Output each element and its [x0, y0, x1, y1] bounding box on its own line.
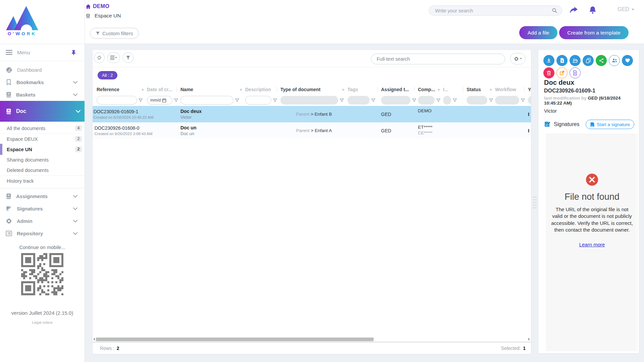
table-rows: wDOC230926-01609-1Created on 6/18/2024 1…: [97, 106, 531, 139]
breadcrumb[interactable]: DEMO: [86, 3, 109, 9]
document-row-1[interactable]: wDOC230926-01609-1Created on 6/18/2024 1…: [93, 106, 531, 122]
column-header-9[interactable]: Status▶: [467, 84, 495, 95]
add-file-button[interactable]: Add a file: [519, 26, 557, 39]
sidebar-item-deleted-documents[interactable]: Deleted documents: [0, 165, 85, 175]
share-button[interactable]: [596, 55, 607, 66]
filter-button[interactable]: [123, 52, 133, 63]
chevron-down-icon: [73, 94, 77, 96]
workflow-cell: [495, 122, 528, 139]
learn-more-link[interactable]: Learn more: [579, 242, 605, 247]
column-header-8[interactable]: I...: [443, 84, 467, 95]
sort-arrow-icon[interactable]: ▶: [438, 88, 440, 91]
sidebar-item-all-documents[interactable]: All the documents 4: [0, 123, 85, 133]
app-logo[interactable]: O'WORK: [4, 3, 44, 36]
start-signature-button[interactable]: Start a signature: [586, 120, 634, 129]
share-shortcut-icon[interactable]: [569, 5, 579, 15]
tab-all-documents[interactable]: All : 2: [98, 71, 117, 79]
internal-cell: [443, 106, 467, 122]
table-settings-button[interactable]: [510, 53, 526, 64]
file-error-title: File not found: [565, 192, 620, 202]
document-row-2[interactable]: ADOC230926-01608-0Created on 9/26/2023 3…: [93, 122, 531, 139]
filter-cell-10: [495, 96, 528, 105]
filter-funnel-button[interactable]: [521, 98, 525, 103]
filter-funnel-button[interactable]: [235, 98, 239, 103]
sidebar-item-bookmarks[interactable]: Bookmarks: [0, 76, 85, 88]
sidebar-item-history-track[interactable]: History track: [0, 175, 85, 186]
breadcrumb-home-label[interactable]: DEMO: [93, 3, 109, 9]
notifications-bell-icon[interactable]: [588, 5, 597, 15]
sidebar-item-espace-un-current[interactable]: Espace UN 2: [0, 144, 85, 155]
sidebar-item-dashboard[interactable]: Dashboard: [0, 64, 85, 76]
horizontal-scrollbar[interactable]: [93, 337, 531, 342]
assign-users-button[interactable]: [609, 55, 620, 66]
column-header-4[interactable]: Type of document▶: [280, 84, 347, 95]
filter-funnel-button[interactable]: [436, 98, 441, 103]
column-header-5[interactable]: Tags: [347, 84, 381, 95]
submenu-label: Deleted documents: [7, 168, 49, 173]
sort-arrow-icon[interactable]: ▶: [142, 88, 144, 91]
sidebar-item-signatures[interactable]: Signatures: [0, 202, 85, 215]
filter-funnel-button[interactable]: [371, 98, 376, 103]
sort-arrow-icon[interactable]: ▶: [490, 88, 492, 91]
column-header-11[interactable]: Y...: [528, 84, 531, 95]
scroll-left-arrow[interactable]: [93, 338, 95, 341]
add-version-button[interactable]: [556, 55, 568, 66]
filter-funnel-button[interactable]: [489, 98, 493, 103]
refresh-button[interactable]: [94, 52, 105, 63]
global-search-input[interactable]: [429, 5, 562, 16]
sidebar-item-baskets[interactable]: Baskets: [0, 88, 85, 101]
filter-funnel-button[interactable]: [412, 98, 417, 103]
column-header-2[interactable]: Name▶: [180, 84, 245, 95]
sort-arrow-icon[interactable]: ▶: [342, 88, 345, 91]
chevron-down-icon: [73, 232, 77, 235]
duplicate-button[interactable]: [583, 55, 594, 66]
column-label: Name: [180, 87, 193, 92]
document-details-button[interactable]: [570, 67, 581, 78]
column-header-6[interactable]: Assigned t...: [381, 84, 418, 95]
open-folder-button[interactable]: [570, 55, 581, 66]
column-header-0[interactable]: Reference▶: [97, 84, 147, 95]
top-bar: DEMO Espace UN GED Custom filters Add a …: [85, 0, 644, 44]
fulltext-search-input[interactable]: [371, 54, 505, 64]
custom-filters-button[interactable]: Custom filters: [90, 28, 139, 39]
date-filter-input[interactable]: mm/d: [147, 96, 172, 105]
pin-icon[interactable]: [71, 50, 76, 55]
sidebar-item-doc-active[interactable]: Doc: [0, 101, 85, 122]
search-icon[interactable]: [552, 8, 557, 13]
sidebar-item-repository[interactable]: Repository: [0, 227, 85, 240]
open-external-button[interactable]: [556, 67, 568, 78]
column-header-7[interactable]: Comp...▶: [418, 84, 443, 95]
sidebar-item-admin[interactable]: Admin: [0, 215, 85, 227]
scrollbar-thumb[interactable]: [96, 338, 374, 341]
sidebar-item-espace-deux[interactable]: Espace DEUX 2: [0, 133, 85, 144]
users-icon: [611, 58, 618, 63]
legal-notice-link[interactable]: Legal notice: [0, 320, 85, 324]
column-filter-input[interactable]: [97, 96, 137, 105]
column-header-3[interactable]: Description: [245, 84, 280, 95]
panel-resize-handle[interactable]: [533, 196, 537, 208]
column-header-10[interactable]: Workflow: [495, 84, 528, 95]
create-from-template-button[interactable]: Create from a template: [559, 26, 629, 39]
delete-button[interactable]: [543, 67, 554, 78]
column-filter-input[interactable]: [180, 96, 233, 105]
columns-button[interactable]: [107, 52, 120, 63]
filter-funnel-button[interactable]: [273, 98, 277, 103]
filter-funnel-button[interactable]: [452, 98, 457, 103]
favorite-button[interactable]: [622, 55, 633, 66]
sidebar-item-assignments[interactable]: Assignments: [0, 190, 85, 202]
filter-funnel-button[interactable]: [339, 98, 344, 103]
download-button[interactable]: [543, 55, 554, 66]
sort-arrow-icon[interactable]: ▶: [240, 88, 243, 91]
type-parent: Parent: [296, 112, 309, 117]
column-header-1[interactable]: Date of cr...: [147, 84, 180, 95]
preview-scrollbar[interactable]: [636, 133, 638, 351]
custom-filters-label: Custom filters: [102, 31, 133, 36]
filter-funnel-button[interactable]: [174, 98, 178, 103]
menu-toggle[interactable]: Menu: [0, 44, 85, 61]
column-filter-input[interactable]: [245, 96, 271, 105]
user-menu[interactable]: GED: [618, 6, 634, 12]
scroll-right-arrow[interactable]: [528, 338, 530, 341]
filter-funnel-button[interactable]: [138, 98, 143, 103]
sidebar-item-sharing-documents[interactable]: Sharing documents: [0, 155, 85, 165]
column-label: Assigned t...: [381, 87, 409, 92]
